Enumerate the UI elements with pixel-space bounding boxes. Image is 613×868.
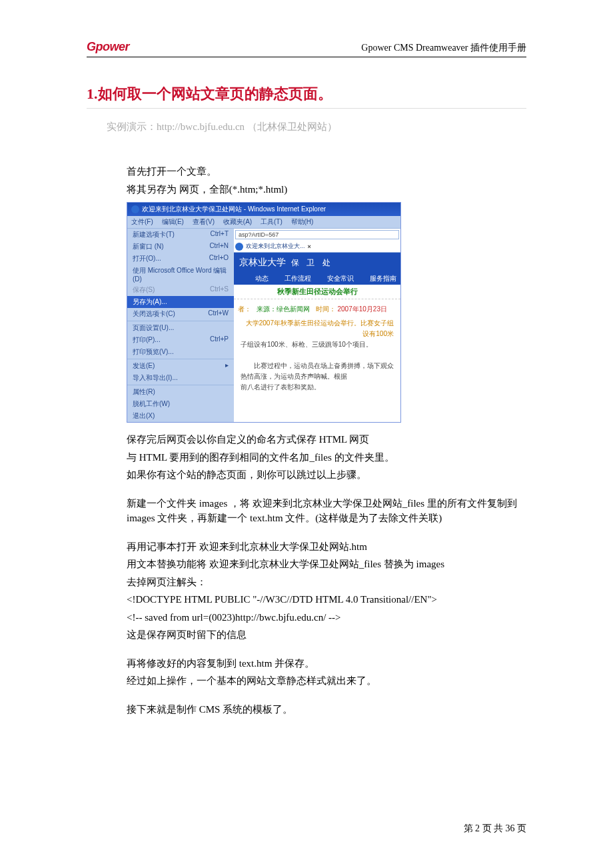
ie-screenshot: 欢迎来到北京林业大学保卫处网站 - Windows Internet Explo… — [127, 202, 401, 423]
dd-printpreview[interactable]: 打印预览(V)... — [127, 346, 234, 358]
logo: Gpower — [87, 40, 129, 54]
body-p12: 这是保存网页时留下的信息 — [127, 627, 526, 643]
dd-newwin[interactable]: 新窗口 (N)Ctrl+N — [127, 241, 234, 253]
body-p10: <!DOCTYPE HTML PUBLIC "-//W3C//DTD HTML … — [127, 592, 526, 607]
nav-item[interactable]: 安全常识 — [327, 274, 354, 283]
meta-source: 来源：绿色新闻网 — [257, 305, 310, 313]
dd-wordedit[interactable]: 使用 Microsoft Office Word 编辑(D) — [127, 265, 234, 284]
dd-exit[interactable]: 退出(X) — [127, 410, 234, 422]
dd-pagesetup[interactable]: 页面设置(U)... — [127, 322, 234, 334]
body-p13: 再将修改好的内容复制到 text.htm 并保存。 — [127, 656, 526, 671]
page-header: Gpower Gpower CMS Dreamweaver 插件使用手册 — [87, 40, 526, 57]
ie-content: asp?ArtID=567 欢迎来到北京林业大... × 京林业大学 保 卫 处… — [234, 229, 400, 422]
header-title: Gpower CMS Dreamweaver 插件使用手册 — [361, 42, 526, 54]
section-divider — [87, 108, 526, 109]
menu-fav[interactable]: 收藏夹(A) — [223, 218, 252, 225]
menu-tools[interactable]: 工具(T) — [261, 218, 283, 225]
body-p14: 经过如上操作，一个基本的网站文章静态样式就出来了。 — [127, 673, 526, 689]
nav-item[interactable]: 动态 — [255, 274, 269, 283]
menu-edit[interactable]: 编辑(E) — [162, 218, 184, 225]
menu-view[interactable]: 查看(V) — [193, 218, 215, 225]
article-meta: 者： 来源：绿色新闻网 时间： 2007年10月23日 — [234, 299, 400, 317]
dd-saveas[interactable]: 另存为(A)... — [127, 296, 234, 308]
body-p6: 新建一个文件夹 images ，将 欢迎来到北京林业大学保卫处网站_files … — [127, 496, 526, 526]
dd-importexport[interactable]: 导入和导出(I)... — [127, 372, 234, 384]
address-bar[interactable]: asp?ArtID=567 — [235, 230, 399, 239]
dd-offline[interactable]: 脱机工作(W) — [127, 398, 234, 410]
article-body: 大学2007年秋季新生田径运动会举行。比赛女子组设有100米 子组设有100米、… — [234, 317, 400, 394]
dd-save: 保存(S)Ctrl+S — [127, 284, 234, 296]
body-p3: 保存完后网页会以你自定义的命名方式保存 HTML 网页 — [127, 432, 526, 447]
banner-main: 京林业大学 — [239, 257, 286, 269]
body-p15: 接下来就是制作 CMS 系统的模板了。 — [127, 702, 526, 717]
body-p8: 用文本替换功能将 欢迎来到北京林业大学保卫处网站_files 替换为 image… — [127, 557, 526, 572]
menu-file[interactable]: 文件(F) — [131, 218, 153, 225]
body-p4: 与 HTML 要用到的图存到相同的文件名加_files 的文件夹里。 — [127, 450, 526, 465]
body-p9: 去掉网页注解头： — [127, 575, 526, 590]
logo-text: Gpower — [87, 40, 129, 53]
menu-help[interactable]: 帮助(H) — [291, 218, 314, 225]
site-navbar: 动态 工作流程 安全常识 服务指南 — [234, 273, 400, 285]
body-p1: 首先打开一个文章。 — [127, 164, 526, 179]
dd-closetab[interactable]: 关闭选项卡(C)Ctrl+W — [127, 308, 234, 320]
dd-properties[interactable]: 属性(R) — [127, 386, 234, 398]
body-p2: 将其另存为 网页，全部(*.htm;*.html) — [127, 182, 526, 197]
body-p5: 如果你有这个站的静态页面，则你可以跳过以上步骤。 — [127, 467, 526, 483]
dd-print[interactable]: 打印(P)...Ctrl+P — [127, 334, 234, 346]
nav-item[interactable]: 服务指南 — [370, 274, 396, 283]
meta-time-label: 时间： — [316, 305, 336, 313]
nav-item[interactable]: 工作流程 — [285, 274, 311, 283]
ie-favicon-icon — [131, 205, 139, 213]
file-dropdown[interactable]: 新建选项卡(T)Ctrl+T 新窗口 (N)Ctrl+N 打开(O)...Ctr… — [127, 229, 234, 422]
banner-sub: 保 卫 处 — [291, 257, 333, 269]
body-p11: <!-- saved from url=(0023)http://bwc.bjf… — [127, 610, 526, 625]
article-headline: 秋季新生田径运动会举行 — [234, 285, 400, 299]
dd-send[interactable]: 发送(E)▸ — [127, 360, 234, 372]
dd-open[interactable]: 打开(O)...Ctrl+O — [127, 253, 234, 265]
close-icon[interactable]: × — [308, 243, 311, 250]
ie-menubar[interactable]: 文件(F) 编辑(E) 查看(V) 收藏夹(A) 工具(T) 帮助(H) — [127, 216, 400, 229]
section-heading: 1.如何取一个网站文章页的静态页面。 — [87, 84, 526, 104]
meta-time-value: 2007年10月23日 — [337, 305, 387, 313]
ie-title: 欢迎来到北京林业大学保卫处网站 - Windows Internet Explo… — [142, 205, 326, 214]
ie-titlebar: 欢迎来到北京林业大学保卫处网站 - Windows Internet Explo… — [127, 203, 400, 216]
site-banner: 京林业大学 保 卫 处 — [234, 253, 400, 273]
meta-author: 者： — [238, 305, 251, 313]
tab-favicon-icon — [235, 243, 243, 251]
body-p7: 再用记事本打开 欢迎来到北京林业大学保卫处网站.htm — [127, 539, 526, 555]
dd-newtab[interactable]: 新建选项卡(T)Ctrl+T — [127, 229, 234, 241]
tab-title[interactable]: 欢迎来到北京林业大... — [246, 242, 305, 251]
page-footer: 第 2 页 共 36 页 — [464, 823, 527, 835]
demo-label: 实例演示：http://bwc.bjfu.edu.cn （北林保卫处网站） — [107, 121, 526, 133]
tab-row: 欢迎来到北京林业大... × — [234, 241, 400, 253]
